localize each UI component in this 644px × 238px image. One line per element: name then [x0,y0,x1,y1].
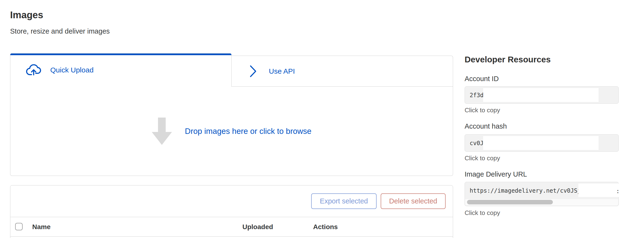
account-hash-field[interactable]: cv0J [464,134,619,152]
tab-quick-upload[interactable]: Quick Upload [10,53,232,87]
redaction-overlay [483,136,598,150]
page-title: Images [10,9,43,20]
table-header-row: Name Uploaded Actions [10,217,453,237]
delete-selected-button[interactable]: Delete selected [381,193,446,209]
account-id-copy-hint: Click to copy [464,107,500,114]
account-id-label: Account ID [464,75,499,83]
delivery-url-tail-fragment: : [616,188,620,195]
tab-quick-upload-label: Quick Upload [50,66,94,74]
redaction-overlay [483,88,598,102]
account-hash-value: cv0J [470,140,484,147]
active-tab-accent-bar [10,53,231,55]
column-header-uploaded: Uploaded [242,223,273,231]
delivery-url-copy-hint: Click to copy [464,209,500,217]
account-hash-copy-hint: Click to copy [464,154,500,162]
select-all-checkbox[interactable] [15,223,22,230]
upload-panel: Drop images here or click to browse [10,87,453,176]
delivery-url-label: Image Delivery URL [464,170,527,178]
developer-resources-panel: Developer Resources Account ID 2f3d Clic… [464,0,619,238]
chevron-right-icon [250,65,257,78]
url-horizontal-scrollbar[interactable] [465,199,618,206]
images-table-card: Export selected Delete selected Name Upl… [10,185,453,238]
tab-use-api-label: Use API [269,67,295,75]
developer-resources-heading: Developer Resources [464,55,551,64]
page-subtitle: Store, resize and deliver images [10,27,110,35]
export-selected-button[interactable]: Export selected [311,193,376,209]
dropzone[interactable]: Drop images here or click to browse [152,117,312,145]
url-scrollbar-thumb[interactable] [467,200,553,204]
table-toolbar: Export selected Delete selected [10,185,453,217]
cloud-upload-icon [26,64,42,76]
delivery-url-value: https://imagedelivery.net/cv0JSj [470,187,581,194]
account-id-field[interactable]: 2f3d [464,86,619,104]
account-id-value: 2f3d [470,92,484,99]
delivery-url-field[interactable]: https://imagedelivery.net/cv0JSj : [464,182,619,206]
images-page: Images Store, resize and deliver images … [0,0,644,238]
tab-use-api[interactable]: Use API [231,56,453,87]
column-header-actions: Actions [313,223,338,231]
column-header-name: Name [32,223,50,231]
redaction-overlay [578,184,619,197]
account-hash-label: Account hash [464,122,507,130]
dropzone-label: Drop images here or click to browse [185,127,312,136]
arrow-down-icon [152,117,172,145]
